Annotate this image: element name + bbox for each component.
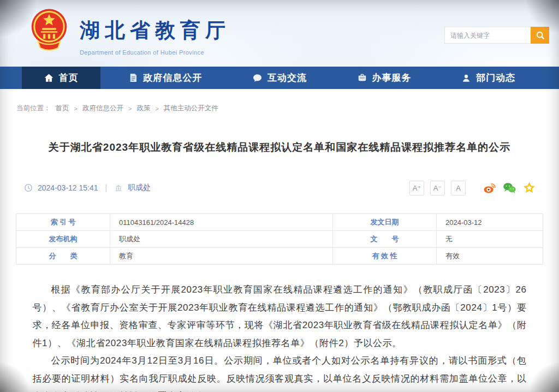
breadcrumb-link-policy[interactable]: 政策	[136, 104, 150, 113]
article-source[interactable]: 职成处	[128, 183, 151, 193]
font-reset-button[interactable]: A	[451, 181, 466, 195]
meta-value-validity: 有效	[437, 248, 543, 265]
page: 湖北省教育厅 Department of Education of Hubei …	[0, 0, 559, 392]
article-meta-row: 2024-03-12 15:41 | 职成处 A⁺ A⁻ A	[24, 180, 536, 196]
nav-item-department-news[interactable]: 部门动态	[439, 67, 537, 89]
nav-item-label: 部门动态	[476, 72, 515, 84]
site-logo[interactable]: 湖北省教育厅 Department of Education of Hubei …	[31, 5, 230, 59]
wechat-icon[interactable]	[503, 181, 516, 195]
site-subtitle: Department of Education of Hubei Provinc…	[80, 49, 230, 56]
meta-label-category: 分 类	[16, 248, 110, 265]
font-decrease-button[interactable]: A⁻	[430, 181, 445, 195]
article-meta-left: 2024-03-12 15:41 | 职成处	[24, 183, 151, 193]
meta-label-index-number: 索 引 号	[16, 214, 110, 231]
nav-item-home[interactable]: 首页	[22, 67, 100, 89]
breadcrumb-link-gov-info[interactable]: 政府信息公开	[82, 104, 123, 113]
chat-icon	[252, 73, 263, 83]
clock-icon	[24, 183, 33, 192]
favorite-star-icon[interactable]	[522, 181, 536, 195]
meta-value-document-number: 无	[437, 231, 543, 248]
search-icon	[536, 31, 545, 40]
weibo-icon[interactable]	[483, 181, 497, 195]
article-paragraph: 根据《教育部办公厅关于开展2023年职业教育国家在线精品课程遴选工作的通知》（教…	[33, 281, 527, 352]
meta-value-issue-date: 2024-03-12	[437, 214, 543, 231]
breadcrumb-separator: >	[74, 105, 78, 112]
nav-item-services[interactable]: 办事服务	[335, 67, 433, 89]
meta-value-category: 教育	[110, 248, 333, 265]
font-increase-button[interactable]: A⁺	[409, 181, 424, 195]
nav-item-label: 首页	[59, 72, 79, 84]
home-icon	[44, 73, 54, 83]
meta-value-issuing-agency: 职成处	[110, 231, 333, 248]
meta-label-issuing-agency: 发布机构	[16, 231, 110, 248]
table-row: 发布机构 职成处 文 号 无	[16, 231, 543, 248]
breadcrumb-prefix: 当前位置：	[16, 104, 51, 113]
breadcrumb: 当前位置： 首页 > 政府信息公开 > 政策 > 其他主动公开文件	[16, 104, 559, 113]
main-nav: 首页 政府信息公开 互动交流	[0, 67, 559, 89]
breadcrumb-separator: >	[155, 105, 158, 112]
person-icon	[461, 73, 471, 83]
document-meta-table: 索 引 号 011043161/2024-14428 发文日期 2024-03-…	[16, 213, 543, 265]
article-meta-tools: A⁺ A⁻ A	[409, 181, 536, 195]
article-body: 根据《教育部办公厅关于开展2023年职业教育国家在线精品课程遴选工作的通知》（教…	[33, 281, 527, 392]
article-datetime: 2024-03-12 15:41	[38, 183, 98, 192]
breadcrumb-link-other-docs[interactable]: 其他主动公开文件	[164, 104, 218, 113]
article-paragraph: 公示时间为2024年3月12日至3月16日。公示期间，单位或者个人如对公示名单持…	[33, 352, 527, 392]
meta-label-document-number: 文 号	[333, 231, 437, 248]
document-icon	[128, 73, 138, 83]
breadcrumb-separator: >	[128, 105, 132, 112]
nav-item-label: 互动交流	[267, 72, 307, 84]
nav-item-gov-info[interactable]: 政府信息公开	[106, 67, 224, 89]
site-header: 湖北省教育厅 Department of Education of Hubei …	[0, 0, 559, 67]
table-row: 索 引 号 011043161/2024-14428 发文日期 2024-03-…	[16, 214, 543, 231]
search-button[interactable]	[531, 27, 549, 44]
breadcrumb-link-home[interactable]: 首页	[56, 104, 69, 113]
nav-item-interaction[interactable]: 互动交流	[230, 67, 329, 89]
briefcase-icon	[357, 73, 367, 83]
meta-label-validity: 有 效 性	[333, 248, 437, 265]
table-row: 分 类 教育 有 效 性 有效	[16, 248, 543, 265]
meta-separator: |	[105, 183, 108, 192]
article-title: 关于湖北省2023年职业教育省级在线精品课程拟认定名单和国家在线精品课程拟推荐名…	[0, 140, 559, 155]
nav-item-label: 政府信息公开	[143, 72, 202, 84]
meta-label-issue-date: 发文日期	[333, 214, 437, 231]
nav-item-label: 办事服务	[372, 72, 412, 84]
national-emblem-icon	[31, 5, 68, 59]
search-box	[444, 27, 549, 44]
meta-value-index-number: 011043161/2024-14428	[110, 214, 333, 231]
site-title: 湖北省教育厅	[80, 17, 230, 44]
search-input[interactable]	[444, 27, 531, 44]
building-icon	[114, 184, 123, 192]
